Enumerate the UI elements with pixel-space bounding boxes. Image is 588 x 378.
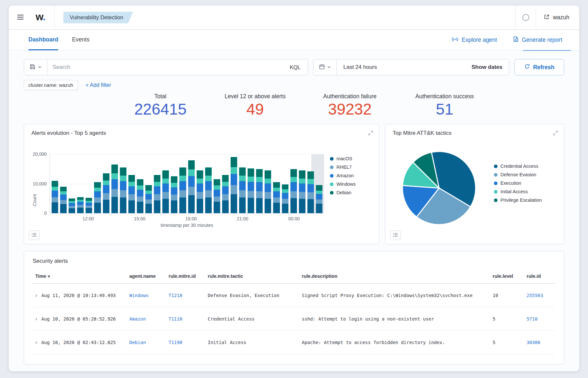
legend-item[interactable]: Windows	[330, 181, 373, 187]
expand-row-icon[interactable]: ›	[35, 316, 37, 322]
bar[interactable]	[316, 154, 322, 213]
tab-events[interactable]: Events	[72, 30, 90, 50]
agent-link[interactable]: Windows	[129, 293, 149, 298]
expand-row-icon[interactable]: ›	[35, 292, 37, 299]
wazuh-logo[interactable]: w.	[32, 11, 55, 24]
bar[interactable]	[171, 154, 177, 213]
bar-segment	[222, 175, 229, 182]
bar[interactable]	[60, 154, 67, 213]
bar[interactable]	[69, 154, 75, 213]
tab-dashboard[interactable]: Dashboard	[28, 30, 58, 50]
bar[interactable]	[231, 154, 237, 213]
bar[interactable]	[52, 154, 58, 213]
bar[interactable]	[111, 154, 118, 213]
legend-item[interactable]: RHEL7	[330, 165, 373, 170]
rule-id-link[interactable]: 255563	[527, 293, 543, 298]
column-header-rule-id[interactable]: rule.id	[524, 271, 555, 284]
saved-queries-button[interactable]	[24, 59, 47, 75]
expand-panel-button[interactable]	[368, 130, 374, 137]
legend-item[interactable]: Execution	[494, 181, 542, 186]
bar[interactable]	[86, 154, 92, 213]
bar[interactable]	[120, 154, 126, 213]
explore-agent-button[interactable]: Explore agent	[450, 36, 499, 44]
legend-item[interactable]: Debian	[330, 190, 373, 195]
bar-segment	[222, 182, 229, 186]
cell-mitre-tactic: Credential Access	[205, 307, 299, 331]
legend-item[interactable]: Credential Access	[494, 164, 542, 169]
mitre-id-link[interactable]: T1110	[169, 316, 182, 322]
bar[interactable]	[205, 154, 212, 213]
add-filter-button[interactable]: + Add filter	[84, 82, 113, 88]
bar[interactable]	[77, 154, 84, 213]
bar[interactable]	[282, 154, 288, 213]
bar-segment	[94, 188, 101, 192]
charts-row: Alerts evolution - Top 5 agents Count 20…	[24, 124, 564, 244]
bar[interactable]	[299, 154, 305, 213]
divider	[55, 6, 55, 29]
refresh-button[interactable]: Refresh	[514, 59, 564, 75]
bar[interactable]	[103, 154, 109, 213]
column-header-agent-name[interactable]: agent.name	[127, 271, 166, 284]
bar[interactable]	[214, 154, 220, 213]
bar[interactable]	[290, 154, 297, 213]
bar[interactable]	[137, 154, 143, 213]
legend-dot-icon	[494, 181, 498, 185]
bar[interactable]	[239, 154, 246, 213]
search-input[interactable]	[47, 64, 283, 71]
bar[interactable]	[265, 154, 271, 213]
bar[interactable]	[179, 154, 186, 213]
mitre-id-link[interactable]: T1218	[169, 293, 182, 298]
agent-link[interactable]: Amazon	[129, 316, 146, 322]
bar[interactable]	[128, 154, 135, 213]
bar-segment	[248, 182, 254, 191]
kql-selector[interactable]: KQL	[283, 64, 308, 71]
bar[interactable]	[145, 154, 152, 213]
column-header-time[interactable]: Time▾	[33, 271, 127, 284]
bar-segment	[256, 182, 263, 191]
legend-toggle-button[interactable]	[29, 230, 40, 240]
expand-row-icon[interactable]: ›	[35, 339, 37, 346]
bar-segment	[248, 177, 254, 182]
breadcrumb[interactable]: Vulnerability Detection	[63, 12, 133, 24]
bar[interactable]	[188, 154, 195, 213]
agent-link[interactable]: Debian	[129, 340, 146, 345]
calendar-button[interactable]	[314, 59, 337, 75]
bar[interactable]	[248, 154, 254, 213]
legend-item[interactable]: Amazon	[330, 173, 373, 178]
bar-segment	[188, 195, 195, 213]
bar-segment	[77, 197, 84, 200]
column-header-rule-mitre-tactic[interactable]: rule.mitre.tactic	[205, 271, 299, 284]
bar-segment	[137, 202, 143, 213]
column-header-rule-level[interactable]: rule.level	[490, 271, 524, 284]
bar[interactable]	[273, 154, 280, 213]
bar[interactable]	[307, 154, 314, 213]
bar-segment	[265, 179, 271, 183]
bar-segment	[316, 204, 322, 213]
bar[interactable]	[197, 154, 203, 213]
bar[interactable]	[154, 154, 160, 213]
time-range-value[interactable]: Last 24 hours	[337, 64, 384, 71]
column-header-rule-mitre-id[interactable]: rule.mitre.id	[166, 271, 205, 284]
chevron-down-icon	[38, 65, 41, 70]
legend-item[interactable]: Defense Evasion	[494, 172, 542, 177]
menu-button[interactable]	[9, 6, 32, 29]
expand-panel-button[interactable]	[552, 130, 559, 137]
show-dates-button[interactable]: Show dates	[465, 64, 509, 71]
legend-item[interactable]: Initial Access	[494, 189, 542, 194]
open-wazuh-button[interactable]: wazuh	[536, 6, 579, 29]
rule-id-link[interactable]: 5710	[527, 316, 538, 322]
legend-item[interactable]: macOS	[330, 156, 373, 161]
bar[interactable]	[94, 154, 101, 213]
rule-id-link[interactable]: 30306	[527, 340, 540, 345]
column-header-rule-description[interactable]: rule.description	[299, 271, 490, 284]
chevron-down-icon	[327, 65, 331, 70]
bar[interactable]	[162, 154, 169, 213]
bar[interactable]	[256, 154, 263, 213]
filter-pill[interactable]: cluster.name: wazuh	[24, 80, 78, 90]
legend-toggle-button[interactable]	[390, 230, 401, 240]
mitre-id-link[interactable]: T1190	[169, 340, 182, 345]
status-ring-button[interactable]	[515, 6, 536, 29]
legend-item[interactable]: Privilege Escalation	[494, 197, 542, 203]
bar[interactable]	[222, 154, 229, 213]
generate-report-button[interactable]: Generate report	[511, 36, 564, 44]
